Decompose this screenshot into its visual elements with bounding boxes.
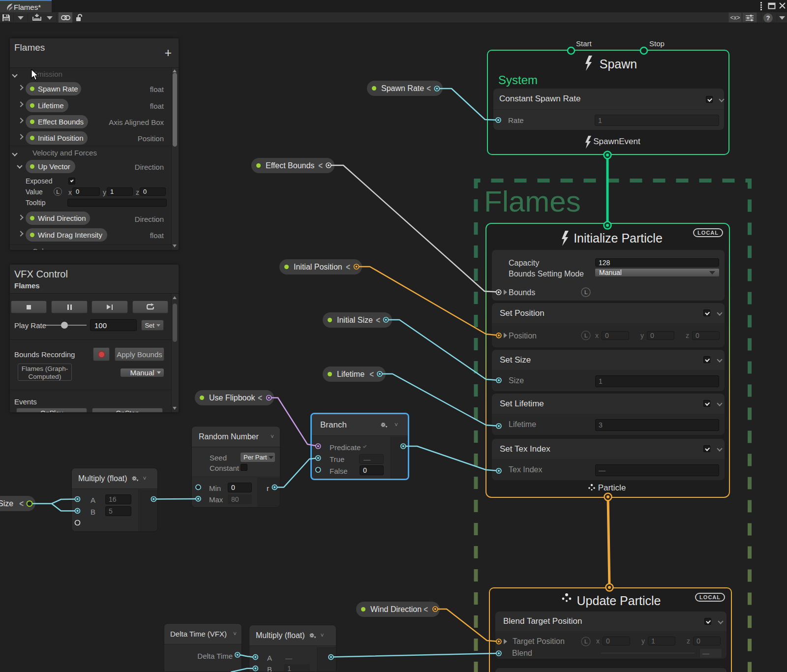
svg-text:L: L [584, 333, 588, 338]
svg-text:L: L [584, 289, 588, 295]
svg-text:L: L [584, 639, 588, 644]
